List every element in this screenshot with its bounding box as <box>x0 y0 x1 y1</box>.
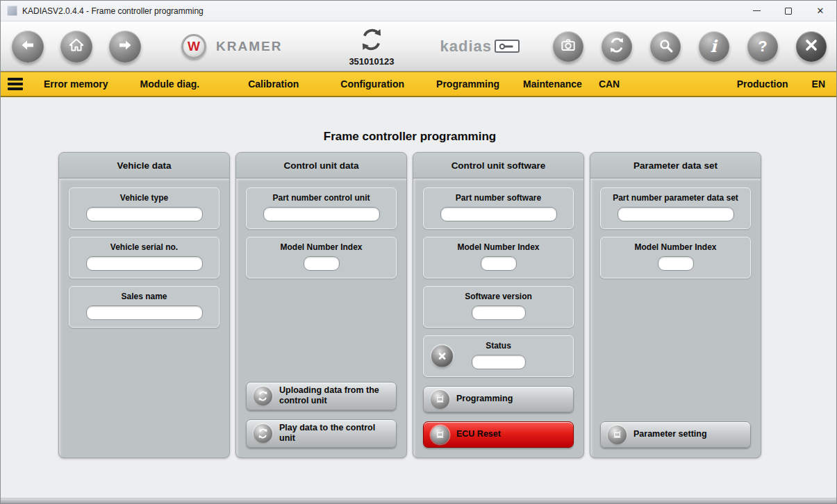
menu-item-module-diag[interactable]: Module diag. <box>140 78 200 90</box>
field-software-version: Software version <box>423 286 574 328</box>
sync-icon <box>608 36 626 56</box>
info-icon: i <box>710 38 718 55</box>
camera-icon <box>559 36 577 56</box>
status-input[interactable] <box>472 355 526 369</box>
button-label: Parameter setting <box>633 429 707 440</box>
field-label: Model Number Index <box>252 242 390 252</box>
part-number-control-unit-input[interactable] <box>263 207 380 221</box>
field-vehicle-serial: Vehicle serial no. <box>69 237 219 278</box>
home-icon <box>67 36 85 56</box>
menu-item-programming[interactable]: Programming <box>436 78 499 90</box>
menu-item-can[interactable]: CAN <box>599 78 620 90</box>
app-icon <box>7 6 17 16</box>
screenshot-button[interactable] <box>553 31 583 62</box>
window-title: KADIASV2.0.4.4 - Frame controller progra… <box>22 6 204 16</box>
field-label: Part number control unit <box>252 193 390 203</box>
main-menu: Error memory Module diag. Calibration Co… <box>1 72 836 97</box>
forward-button[interactable] <box>109 31 141 62</box>
play-data-button[interactable]: Play data to the control unit <box>246 419 397 448</box>
menu-item-configuration[interactable]: Configuration <box>340 78 404 90</box>
field-label: Sales name <box>75 292 213 301</box>
model-number-index-sw-input[interactable] <box>481 256 517 271</box>
field-vehicle-type: Vehicle type <box>69 187 219 229</box>
kramer-logo: W KRAMER <box>181 34 282 59</box>
field-label: Vehicle serial no. <box>75 242 213 252</box>
menu-item-error-memory[interactable]: Error memory <box>44 78 108 90</box>
model-number-index-pd-input[interactable] <box>658 256 694 271</box>
menu-item-calibration[interactable]: Calibration <box>248 78 299 90</box>
part-number-parameter-input[interactable] <box>618 207 734 221</box>
field-label: Vehicle type <box>75 193 213 203</box>
software-version-input[interactable] <box>472 305 526 320</box>
kramer-w-icon: W <box>181 34 206 59</box>
field-label: Model Number Index <box>606 242 745 252</box>
close-x-icon <box>803 37 820 56</box>
hamburger-menu-button[interactable] <box>6 77 24 91</box>
ecu-laptop-icon <box>608 426 627 444</box>
sales-name-input[interactable] <box>86 305 203 320</box>
main-content: Frame controller programming Vehicle dat… <box>1 97 836 498</box>
back-arrow-icon <box>19 37 36 56</box>
sync-icon <box>254 387 272 405</box>
panel-control-unit-software: Control unit software Part number softwa… <box>413 152 584 458</box>
field-label: Software version <box>429 292 567 301</box>
parameter-setting-button[interactable]: Parameter setting <box>600 421 751 448</box>
home-button[interactable] <box>60 31 92 62</box>
sync-icon <box>254 424 272 443</box>
kramer-brand-text: KRAMER <box>216 39 282 54</box>
search-button[interactable] <box>650 31 681 62</box>
minimize-icon <box>753 10 761 11</box>
language-selector[interactable]: EN <box>812 78 825 90</box>
kadias-logo: kadias <box>440 37 520 56</box>
help-button[interactable]: ? <box>747 31 778 62</box>
field-part-number-control-unit: Part number control unit <box>246 187 397 229</box>
vehicle-serial-input[interactable] <box>86 256 203 271</box>
info-button[interactable]: i <box>699 31 729 62</box>
maximize-button[interactable] <box>772 1 804 21</box>
back-button[interactable] <box>12 31 44 62</box>
page-title: Frame controller programming <box>58 97 761 152</box>
help-icon: ? <box>758 39 767 54</box>
panel-vehicle-data: Vehicle data Vehicle type Vehicle serial… <box>58 152 230 458</box>
serial-number: 351010123 <box>349 56 394 67</box>
exit-button[interactable] <box>796 31 827 62</box>
close-icon: ✕ <box>817 6 824 15</box>
button-label: Play data to the control unit <box>279 423 389 444</box>
toolbar: W KRAMER 351010123 kadias <box>1 22 836 72</box>
wrench-icon <box>495 40 520 53</box>
maximize-icon <box>785 8 792 15</box>
vehicle-type-input[interactable] <box>86 207 203 221</box>
menu-item-production[interactable]: Production <box>737 78 788 90</box>
field-label: Part number software <box>429 193 567 203</box>
ecu-reset-button[interactable]: ECU Reset <box>423 421 574 448</box>
window-close-button[interactable]: ✕ <box>804 1 836 21</box>
sync-button[interactable] <box>602 31 632 62</box>
ecu-laptop-icon <box>431 426 449 444</box>
titlebar: KADIASV2.0.4.4 - Frame controller progra… <box>1 1 836 22</box>
window-bottom-edge <box>1 498 836 503</box>
field-part-number-software: Part number software <box>423 187 574 229</box>
part-number-software-input[interactable] <box>440 207 557 221</box>
search-icon <box>657 37 674 56</box>
model-number-index-cu-input[interactable] <box>304 256 340 271</box>
panel-control-unit-data: Control unit data Part number control un… <box>235 152 407 458</box>
field-sales-name: Sales name <box>69 286 219 328</box>
ecu-laptop-icon <box>431 390 449 409</box>
hamburger-icon <box>8 78 23 81</box>
field-label: Part number parameter data set <box>606 193 745 203</box>
menu-item-maintenance[interactable]: Maintenance <box>523 78 582 90</box>
minimize-button[interactable] <box>740 1 772 21</box>
refresh-icon <box>358 26 385 56</box>
kadias-brand-text: kadias <box>440 37 492 56</box>
forward-arrow-icon <box>117 37 133 56</box>
field-status: Status <box>423 335 574 377</box>
field-model-number-index-pd: Model Number Index <box>600 237 751 278</box>
panel-title: Vehicle data <box>59 153 229 178</box>
upload-data-button[interactable]: Uploading data from the control unit <box>246 382 397 410</box>
panel-parameter-data-set: Parameter data set Part number parameter… <box>590 152 761 458</box>
programming-button[interactable]: Programming <box>423 386 574 412</box>
button-label: ECU Reset <box>456 429 501 440</box>
field-model-number-index-cu: Model Number Index <box>246 237 397 278</box>
app-window: KADIASV2.0.4.4 - Frame controller progra… <box>0 0 837 504</box>
button-label: Programming <box>456 394 513 405</box>
